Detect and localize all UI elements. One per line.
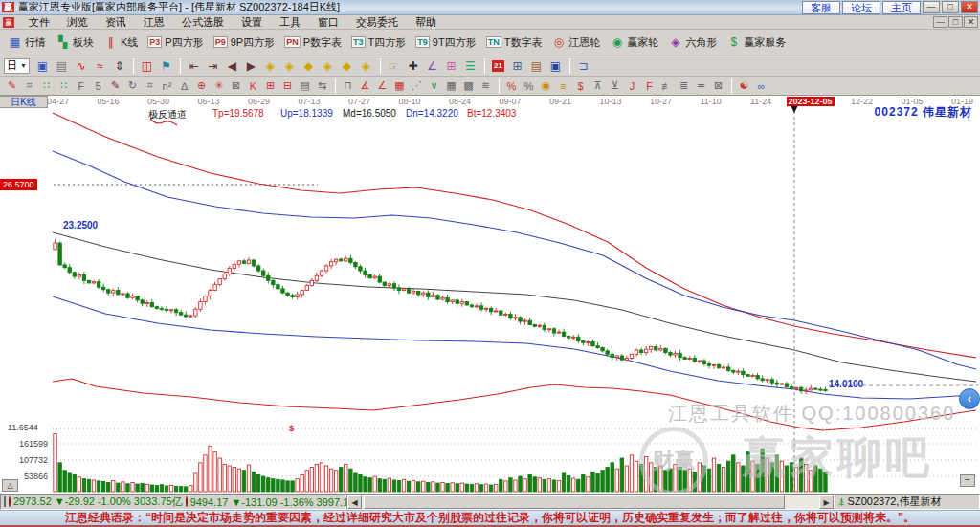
child-close-button[interactable]: ✕: [964, 16, 978, 28]
prev-bar-icon[interactable]: ◀: [223, 57, 241, 74]
n2-icon[interactable]: n²: [159, 78, 175, 93]
notebook-icon[interactable]: ▤: [527, 57, 546, 74]
market-grid-icon[interactable]: [4, 496, 6, 507]
rays-icon[interactable]: ⋰: [409, 78, 425, 93]
t-square-button[interactable]: T3T四方形: [347, 33, 412, 52]
homepage-button[interactable]: 主页: [882, 1, 921, 14]
grid-box-icon[interactable]: ▦: [391, 78, 408, 93]
period-dropdown[interactable]: 日 ▼: [4, 58, 30, 74]
gann-wheel-button[interactable]: ◎江恩轮: [547, 33, 606, 52]
dots-grid-icon[interactable]: ∷: [38, 78, 55, 93]
calendar-icon[interactable]: 21: [489, 57, 507, 74]
red-grid2-icon[interactable]: ⊟: [279, 78, 296, 93]
next-bar-icon[interactable]: ▶: [242, 57, 260, 74]
zigzag2-icon[interactable]: ≈: [91, 57, 109, 74]
taiji-icon[interactable]: ☯: [736, 78, 752, 93]
red-grid-icon[interactable]: ⊞: [262, 78, 278, 93]
diamond4-icon[interactable]: ◈: [319, 57, 337, 74]
winner-service-button[interactable]: $赢家服务: [723, 33, 791, 52]
waves-icon[interactable]: ≋: [478, 78, 494, 93]
save-icon[interactable]: ▣: [546, 57, 565, 74]
menu-item-1[interactable]: 浏览: [58, 14, 97, 31]
p-square-button[interactable]: P3P四方形: [144, 33, 209, 52]
star-icon[interactable]: ✳: [211, 78, 227, 93]
kline-button[interactable]: ∥K线: [100, 33, 144, 52]
close-button[interactable]: ✕: [961, 1, 978, 13]
delta-icon[interactable]: ∆: [176, 78, 192, 93]
truck-icon[interactable]: ⊐: [574, 57, 592, 74]
scroll-right-arrow[interactable]: ▶: [819, 495, 834, 509]
scrollbar-thumb[interactable]: [364, 495, 785, 509]
child-restore-button[interactable]: □: [948, 16, 963, 28]
flag-icon[interactable]: ⚑: [157, 57, 175, 74]
last-bar-icon[interactable]: ⇥: [204, 57, 222, 74]
updown-icon[interactable]: ⇕: [110, 57, 128, 74]
f-tool-icon[interactable]: F: [73, 78, 89, 93]
horizontal-scrollbar[interactable]: ◀ ▶: [346, 494, 835, 510]
forum-button[interactable]: 论坛: [842, 1, 880, 14]
strike2-icon[interactable]: ⊼: [590, 78, 606, 93]
collapse-left-button[interactable]: ‹: [959, 388, 980, 409]
clipboard-icon[interactable]: ▤: [53, 57, 71, 74]
sectors-button[interactable]: ▚板块: [52, 33, 100, 52]
winner-wheel-button[interactable]: ◉赢家轮: [606, 33, 664, 52]
strike1-icon[interactable]: ≡: [555, 78, 571, 93]
grid3-icon[interactable]: ▦: [443, 78, 459, 93]
p9-square-button[interactable]: P99P四方形: [210, 33, 280, 52]
tbar-icon[interactable]: ⊓: [340, 78, 356, 93]
dollar-pen-icon[interactable]: $: [572, 78, 589, 93]
pink-grid-icon[interactable]: ⊞: [442, 57, 460, 74]
rotate-icon[interactable]: ↻: [124, 78, 141, 93]
fan-icon[interactable]: ∡: [357, 78, 373, 93]
pen2-icon[interactable]: ✎: [107, 78, 123, 93]
diamond3-icon[interactable]: ◆: [300, 57, 318, 74]
menu-item-5[interactable]: 设置: [233, 14, 271, 31]
sh-index-quote[interactable]: 2973.52 ▼-29.92 -1.00% 3033.75亿: [13, 494, 183, 509]
boxx-icon[interactable]: ⊠: [228, 78, 244, 93]
five-tool-icon[interactable]: 5: [90, 78, 106, 93]
strike3-icon[interactable]: ⊻: [607, 78, 623, 93]
customer-service-button[interactable]: 客服: [802, 1, 840, 14]
zigzag-icon[interactable]: ∿: [72, 57, 90, 74]
kbox-icon[interactable]: ◫: [138, 57, 156, 74]
menu-item-9[interactable]: 帮助: [407, 14, 445, 31]
hatch-icon[interactable]: ⌗: [21, 78, 37, 93]
status-stock-label[interactable]: SZ002372,伟星新材: [848, 494, 942, 509]
pane-expand-button[interactable]: △: [2, 479, 18, 492]
strike7-icon[interactable]: ⊠: [710, 78, 726, 93]
maximize-button[interactable]: □: [942, 1, 959, 13]
percent-icon[interactable]: %: [521, 78, 537, 93]
hatch2-icon[interactable]: ⌗: [142, 78, 158, 93]
menu-item-0[interactable]: 文件: [20, 14, 58, 31]
tab-daily-kline[interactable]: 日K线: [0, 96, 48, 108]
pane-icon[interactable]: ▤: [297, 78, 313, 93]
scroll-left-arrow[interactable]: ◀: [347, 495, 362, 509]
menu-item-6[interactable]: 工具: [271, 14, 309, 31]
percent-red-icon[interactable]: %: [503, 78, 520, 93]
fan2-icon[interactable]: ∠: [374, 78, 390, 93]
menu-item-4[interactable]: 公式选股: [173, 14, 233, 31]
child-minimize-button[interactable]: —: [933, 16, 947, 28]
pane-minimize-button[interactable]: −: [960, 474, 975, 487]
j-angle-icon[interactable]: J: [624, 78, 640, 93]
sz-index-quote[interactable]: 9494.17 ▼-131.09 -1.36% 3997.19: [190, 496, 355, 508]
calculator-icon[interactable]: ⊞: [508, 57, 526, 74]
minimize-button[interactable]: —: [923, 1, 940, 13]
window-icon[interactable]: ▣: [33, 57, 52, 74]
strike4-icon[interactable]: ≢: [658, 78, 675, 93]
angle-icon[interactable]: ∠: [423, 57, 441, 74]
pen-icon[interactable]: ✎: [4, 78, 20, 93]
menu-item-8[interactable]: 交易委托: [347, 14, 407, 31]
gold-circle-icon[interactable]: ◉: [538, 78, 554, 93]
quotes-button[interactable]: ▦行情: [4, 33, 52, 52]
menu-item-7[interactable]: 窗口: [309, 14, 347, 31]
menu-item-3[interactable]: 江恩: [135, 14, 173, 31]
diamond2-icon[interactable]: ◈: [280, 57, 299, 74]
crosshair-icon[interactable]: ✚: [404, 57, 422, 74]
target-icon[interactable]: ⊕: [193, 78, 210, 93]
t9-square-button[interactable]: T99T四方形: [412, 33, 481, 52]
first-bar-icon[interactable]: ⇤: [185, 57, 203, 74]
menu-item-2[interactable]: 资讯: [97, 14, 135, 31]
hand-icon[interactable]: ☞: [385, 57, 403, 74]
p-table-button[interactable]: PNP数字表: [280, 33, 347, 52]
